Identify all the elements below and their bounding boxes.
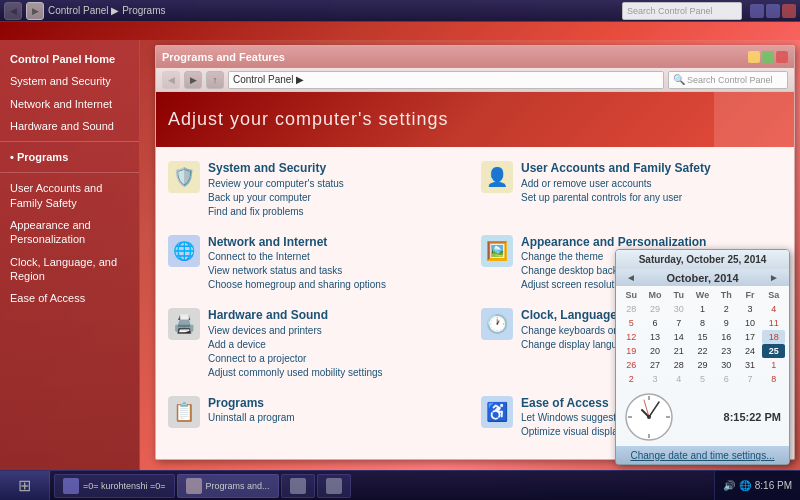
- sidebar-item-clock[interactable]: Clock, Language, and Region: [0, 251, 139, 288]
- cal-day[interactable]: 9: [715, 316, 738, 330]
- appearance-title[interactable]: Appearance and Personalization: [521, 235, 782, 251]
- cal-day[interactable]: 16: [715, 330, 738, 344]
- sidebar-item-home[interactable]: Control Panel Home: [0, 48, 139, 70]
- forward-button[interactable]: ▶: [26, 2, 44, 20]
- inner-search-bar[interactable]: 🔍 Search Control Panel: [668, 71, 788, 89]
- calendar-next-btn[interactable]: ►: [765, 271, 783, 284]
- start-button[interactable]: ⊞: [0, 471, 50, 501]
- cal-day[interactable]: 5: [691, 372, 714, 386]
- user-link-1[interactable]: Add or remove user accounts: [521, 177, 782, 191]
- taskbar-time[interactable]: 8:16 PM: [755, 479, 792, 493]
- taskbar-item-3[interactable]: [281, 474, 315, 498]
- address-bar[interactable]: Control Panel ▶: [228, 71, 664, 89]
- cal-day[interactable]: 7: [667, 316, 690, 330]
- inner-back-btn[interactable]: ◀: [162, 71, 180, 89]
- system-link-3[interactable]: Find and fix problems: [208, 205, 469, 219]
- cal-day[interactable]: 11: [762, 316, 785, 330]
- sidebar-item-appearance[interactable]: Appearance and Personalization: [0, 214, 139, 251]
- cal-today[interactable]: 25: [762, 344, 785, 358]
- cal-day[interactable]: 27: [644, 358, 667, 372]
- user-accounts-title[interactable]: User Accounts and Family Safety: [521, 161, 782, 177]
- taskbar-item-1[interactable]: =0= kurohtenshi =0=: [54, 474, 175, 498]
- cal-day[interactable]: 4: [762, 302, 785, 316]
- system-link-1[interactable]: Review your computer's status: [208, 177, 469, 191]
- cal-day[interactable]: 3: [739, 302, 762, 316]
- programs-link-1[interactable]: Uninstall a program: [208, 411, 469, 425]
- cal-day[interactable]: 21: [667, 344, 690, 358]
- cal-day[interactable]: 10: [739, 316, 762, 330]
- cal-day[interactable]: 29: [644, 302, 667, 316]
- programs-title[interactable]: Programs: [208, 396, 469, 412]
- cal-day[interactable]: 7: [739, 372, 762, 386]
- cal-day[interactable]: 3: [644, 372, 667, 386]
- category-user-accounts[interactable]: 👤 User Accounts and Family Safety Add or…: [477, 155, 786, 225]
- cal-day[interactable]: 20: [644, 344, 667, 358]
- cal-day[interactable]: 6: [644, 316, 667, 330]
- taskbar-icon-3: [290, 478, 306, 494]
- cal-day[interactable]: 1: [691, 302, 714, 316]
- cal-day[interactable]: 15: [691, 330, 714, 344]
- cal-day[interactable]: 24: [739, 344, 762, 358]
- network-link-2[interactable]: View network status and tasks: [208, 264, 469, 278]
- back-button[interactable]: ◀: [4, 2, 22, 20]
- system-link-2[interactable]: Back up your computer: [208, 191, 469, 205]
- cal-day[interactable]: 30: [667, 302, 690, 316]
- hardware-link-3[interactable]: Connect to a projector: [208, 352, 469, 366]
- sidebar-item-programs[interactable]: • Programs: [0, 146, 139, 168]
- inner-maximize-btn[interactable]: [762, 51, 774, 63]
- hardware-link-4[interactable]: Adjust commonly used mobility settings: [208, 366, 469, 380]
- maximize-button[interactable]: [766, 4, 780, 18]
- category-network[interactable]: 🌐 Network and Internet Connect to the In…: [164, 229, 473, 299]
- cal-day[interactable]: 13: [644, 330, 667, 344]
- sidebar-item-ease[interactable]: Ease of Access: [0, 287, 139, 309]
- network-link-1[interactable]: Connect to the Internet: [208, 250, 469, 264]
- sidebar-item-system[interactable]: System and Security: [0, 70, 139, 92]
- cal-day[interactable]: 18: [762, 330, 785, 344]
- sidebar-item-user-accounts[interactable]: User Accounts and Family Safety: [0, 177, 139, 214]
- system-security-title[interactable]: System and Security: [208, 161, 469, 177]
- cal-day[interactable]: 28: [620, 302, 643, 316]
- sidebar-item-hardware[interactable]: Hardware and Sound: [0, 115, 139, 137]
- inner-forward-btn[interactable]: ▶: [184, 71, 202, 89]
- cal-day[interactable]: 23: [715, 344, 738, 358]
- cal-day[interactable]: 28: [667, 358, 690, 372]
- calendar-prev-btn[interactable]: ◄: [622, 271, 640, 284]
- cal-day[interactable]: 12: [620, 330, 643, 344]
- inner-up-btn[interactable]: ↑: [206, 71, 224, 89]
- cal-day[interactable]: 4: [667, 372, 690, 386]
- close-button[interactable]: [782, 4, 796, 18]
- category-system-security[interactable]: 🛡️ System and Security Review your compu…: [164, 155, 473, 225]
- taskbar-item-4[interactable]: [317, 474, 351, 498]
- cal-day[interactable]: 22: [691, 344, 714, 358]
- cal-day[interactable]: 2: [620, 372, 643, 386]
- user-link-2[interactable]: Set up parental controls for any user: [521, 191, 782, 205]
- hardware-link-2[interactable]: Add a device: [208, 338, 469, 352]
- network-title[interactable]: Network and Internet: [208, 235, 469, 251]
- cal-day[interactable]: 30: [715, 358, 738, 372]
- top-search-bar[interactable]: Search Control Panel: [622, 2, 742, 20]
- sidebar-item-network[interactable]: Network and Internet: [0, 93, 139, 115]
- minimize-button[interactable]: [750, 4, 764, 18]
- cal-day[interactable]: 8: [762, 372, 785, 386]
- cal-day[interactable]: 1: [762, 358, 785, 372]
- hardware-link-1[interactable]: View devices and printers: [208, 324, 469, 338]
- category-programs[interactable]: 📋 Programs Uninstall a program: [164, 390, 473, 446]
- cal-day[interactable]: 6: [715, 372, 738, 386]
- cal-day[interactable]: 19: [620, 344, 643, 358]
- cal-day[interactable]: 5: [620, 316, 643, 330]
- cal-day[interactable]: 17: [739, 330, 762, 344]
- cal-day[interactable]: 29: [691, 358, 714, 372]
- inner-close-btn[interactable]: [776, 51, 788, 63]
- cal-day[interactable]: 31: [739, 358, 762, 372]
- inner-minimize-btn[interactable]: [748, 51, 760, 63]
- taskbar-item-2[interactable]: Programs and...: [177, 474, 279, 498]
- tray-icon-1: 🔊: [723, 480, 735, 491]
- network-link-3[interactable]: Choose homegroup and sharing options: [208, 278, 469, 292]
- hardware-title[interactable]: Hardware and Sound: [208, 308, 469, 324]
- cal-day[interactable]: 26: [620, 358, 643, 372]
- cal-day[interactable]: 8: [691, 316, 714, 330]
- category-hardware[interactable]: 🖨️ Hardware and Sound View devices and p…: [164, 302, 473, 386]
- cal-day[interactable]: 2: [715, 302, 738, 316]
- change-datetime-link[interactable]: Change date and time settings...: [631, 450, 775, 461]
- cal-day[interactable]: 14: [667, 330, 690, 344]
